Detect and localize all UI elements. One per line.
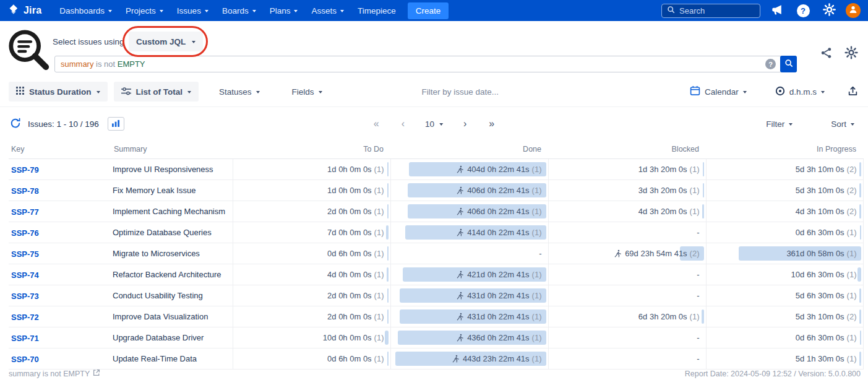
issue-key-link[interactable]: SSP-70 bbox=[11, 355, 39, 364]
duration-text: 1d 3h 20m 0s bbox=[638, 165, 687, 174]
column-header-summary[interactable]: Summary bbox=[111, 141, 233, 159]
column-header-done[interactable]: Done bbox=[390, 141, 548, 159]
calendar-dropdown[interactable]: Calendar bbox=[683, 82, 754, 102]
nav-search-input[interactable]: Search bbox=[661, 4, 760, 18]
statuses-dropdown[interactable]: Statuses bbox=[212, 82, 267, 102]
status-count: (1) bbox=[847, 249, 857, 258]
inprogress-cell: 5d 1h 30m 0s(1) bbox=[706, 348, 863, 370]
page-size-select[interactable]: 10 bbox=[425, 119, 443, 129]
refresh-icon bbox=[10, 118, 21, 131]
issue-key-link[interactable]: SSP-75 bbox=[11, 249, 39, 259]
duration-text: 2d 0h 0m 0s bbox=[327, 291, 372, 300]
settings-button[interactable] bbox=[820, 1, 838, 20]
status-count: (1) bbox=[374, 333, 384, 342]
nav-item-timepiece[interactable]: Timepiece bbox=[351, 0, 403, 21]
status-count: (1) bbox=[532, 228, 542, 237]
status-count: (1) bbox=[690, 165, 700, 174]
jql-help-icon[interactable]: ? bbox=[765, 59, 776, 69]
next-page-button[interactable]: › bbox=[462, 119, 468, 129]
status-count: (1) bbox=[374, 270, 384, 279]
done-cell: 414d 0h 22m 41s(1) bbox=[390, 222, 548, 243]
status-count: (1) bbox=[847, 354, 857, 363]
help-button[interactable]: ? bbox=[794, 1, 812, 20]
jql-input[interactable]: summary is not EMPTY bbox=[54, 56, 797, 72]
chevron-down-icon bbox=[851, 123, 854, 126]
column-header-blocked[interactable]: Blocked bbox=[548, 141, 706, 159]
issue-key-link[interactable]: SSP-73 bbox=[11, 292, 39, 301]
jira-home-link[interactable]: Jira bbox=[7, 3, 41, 18]
issue-key-link[interactable]: SSP-78 bbox=[11, 186, 39, 196]
fields-dropdown[interactable]: Fields bbox=[285, 82, 329, 102]
prev-page-button[interactable]: ‹ bbox=[400, 119, 406, 129]
report-type-dropdown[interactable]: Status Duration bbox=[9, 82, 108, 102]
blocked-cell: - bbox=[548, 327, 706, 348]
nav-item-issues[interactable]: Issues bbox=[170, 0, 215, 21]
issue-key-link[interactable]: SSP-71 bbox=[11, 334, 39, 343]
nav-item-assets[interactable]: Assets bbox=[304, 0, 351, 21]
search-icon bbox=[667, 6, 675, 15]
refresh-button[interactable] bbox=[10, 118, 21, 131]
filter-dropdown[interactable]: Filter bbox=[762, 119, 796, 129]
nav-item-projects[interactable]: Projects bbox=[119, 0, 170, 21]
done-cell: 406d 0h 22m 41s(1) bbox=[390, 201, 548, 222]
export-button[interactable] bbox=[846, 82, 859, 102]
issue-key-link[interactable]: SSP-74 bbox=[11, 270, 39, 280]
nav-item-dashboards[interactable]: Dashboards bbox=[53, 0, 119, 21]
issue-key-link[interactable]: SSP-79 bbox=[11, 165, 39, 175]
issue-key-link[interactable]: SSP-72 bbox=[11, 313, 39, 322]
issue-key-link[interactable]: SSP-76 bbox=[11, 228, 39, 238]
status-count: (1) bbox=[847, 291, 857, 300]
issue-summary-text: Conduct Usability Testing bbox=[111, 285, 233, 306]
create-button[interactable]: Create bbox=[408, 2, 449, 19]
view-mode-label: List of Total bbox=[136, 87, 183, 97]
column-header-inprogress[interactable]: In Progress bbox=[706, 141, 863, 159]
status-count: (1) bbox=[532, 291, 542, 300]
issue-key-link[interactable]: SSP-77 bbox=[11, 207, 39, 217]
done-cell: - bbox=[390, 243, 548, 264]
first-page-button[interactable]: « bbox=[372, 119, 381, 129]
todo-cell: 7d 0h 0m 0s(1) bbox=[233, 222, 390, 243]
last-page-button[interactable]: » bbox=[487, 119, 496, 129]
report-actions bbox=[820, 46, 858, 61]
duration-text: 5d 3h 10m 0s bbox=[796, 312, 844, 321]
duration-text: 406d 0h 22m 41s bbox=[467, 207, 529, 216]
duration-format-dropdown[interactable]: d.h.m.s bbox=[768, 82, 831, 102]
blocked-cell: 1d 3h 20m 0s(1) bbox=[548, 159, 706, 180]
feedback-button[interactable] bbox=[768, 1, 786, 20]
sort-dropdown[interactable]: Sort bbox=[827, 119, 858, 129]
grid-icon bbox=[16, 87, 24, 97]
done-cell: 404d 0h 22m 41s(1) bbox=[390, 159, 548, 180]
chevron-down-icon bbox=[319, 91, 322, 93]
blocked-cell: - bbox=[548, 348, 706, 370]
nav-item-plans[interactable]: Plans bbox=[263, 0, 305, 21]
chevron-down-icon bbox=[192, 41, 196, 43]
user-avatar[interactable] bbox=[846, 3, 861, 18]
column-header-todo[interactable]: To Do bbox=[233, 141, 390, 159]
status-count: (1) bbox=[690, 186, 700, 195]
view-mode-dropdown[interactable]: List of Total bbox=[114, 82, 199, 102]
duration-text: 0d 6h 30m 0s bbox=[796, 228, 844, 237]
footer-jql-link[interactable]: summary is not EMPTY bbox=[9, 369, 100, 378]
status-count: (1) bbox=[690, 207, 700, 216]
toolbar-right-group: Calendar d.h.m.s bbox=[683, 82, 859, 102]
column-header-key[interactable]: Key bbox=[9, 141, 111, 159]
blocked-cell: 3d 3h 20m 0s(1) bbox=[548, 180, 706, 201]
issue-summary-text: Improve UI Responsiveness bbox=[111, 159, 233, 180]
jql-search-button[interactable] bbox=[780, 56, 797, 72]
runner-icon bbox=[456, 313, 464, 321]
query-mode-dropdown[interactable]: Custom JQL bbox=[129, 32, 203, 51]
nav-item-boards[interactable]: Boards bbox=[215, 0, 263, 21]
status-count: (1) bbox=[374, 228, 384, 237]
share-button[interactable] bbox=[820, 47, 832, 61]
megaphone-icon bbox=[771, 4, 783, 18]
blocked-cell: 69d 23h 54m 41s(2) bbox=[548, 243, 706, 264]
duration-text: 10d 6h 30m 0s bbox=[791, 270, 844, 279]
share-icon bbox=[820, 51, 832, 61]
report-settings-button[interactable] bbox=[844, 46, 858, 61]
status-count: (1) bbox=[532, 312, 542, 321]
issue-date-filter-input[interactable]: Filter by issue date... bbox=[422, 87, 499, 97]
status-count: (1) bbox=[532, 270, 542, 279]
table-row: SSP-75 Migrate to Microservices 0d 6h 0m… bbox=[9, 243, 863, 264]
chart-view-button[interactable] bbox=[108, 117, 124, 131]
nav-item-label: Timepiece bbox=[358, 6, 396, 15]
